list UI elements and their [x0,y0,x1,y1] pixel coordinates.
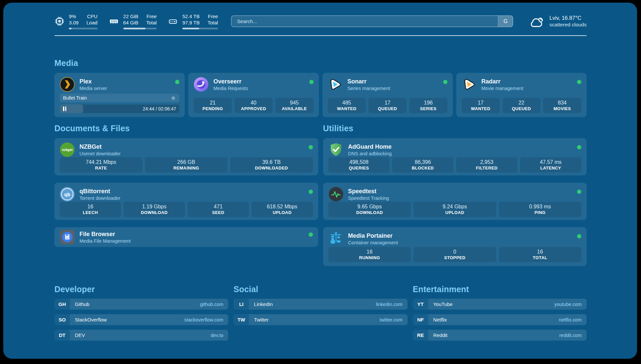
stat-label: SERIES [420,106,437,111]
cpu-load-label: Load [86,19,97,26]
stat-value: 498,508 [350,159,369,165]
stat-value: 9.24 Gbps [443,204,467,210]
stat-label: QUEUED [378,106,397,111]
adguard-card[interactable]: AdGuard Home DNS and adblocking 498,508 … [323,138,587,175]
stat-label: SEED [212,210,224,215]
sonarr-card[interactable]: Sonarr Series management 485 WANTED 17 Q… [322,73,453,117]
link-name: StackOverflow [75,317,107,322]
link-youtube[interactable]: YT YouTube youtube.com [413,299,587,310]
stat-label: UPLOAD [445,210,464,215]
filebrowser-card[interactable]: File Browser Media File Management [54,227,318,247]
link-domain: github.com [200,302,223,307]
stat-label: DOWNLOADED [255,166,288,170]
link-github[interactable]: GH Github github.com [54,299,228,310]
app-name: Plex [79,78,107,85]
ram-icon [109,16,119,26]
link-abbr: RE [413,330,428,341]
portainer-icon [328,231,344,246]
radarr-card[interactable]: Radarr Movie management 17 WANTED 22 QUE… [456,73,587,117]
link-abbr: GH [54,299,70,310]
stat-box: 471 SEED [188,202,249,217]
qbittorrent-card[interactable]: qb qBittorrent Torrent downloader 16 LEE… [54,183,318,220]
app-subtitle: Series management [348,86,390,91]
overseerr-card[interactable]: Overseerr Media Requests 21 PENDING 40 A… [188,73,319,117]
qbittorrent-icon: qb [60,187,75,202]
stat-box: 0.993 ms PING [499,202,582,217]
app-subtitle: Media Requests [213,86,248,91]
link-twitter[interactable]: TW Twitter twitter.com [233,314,407,325]
app-name: Overseerr [213,78,248,85]
now-playing-title: Bullet Train [63,95,87,101]
link-abbr: DT [54,330,70,341]
stat-value: 17 [384,100,390,106]
adguard-icon [328,142,344,157]
stat-label: QUEUED [512,106,531,111]
top-bar: 9% 3.09 CPU Load [54,13,587,29]
ram-stat: 22 GiB 64 GiB Free Total [109,13,157,29]
stat-box: 485 WANTED [328,98,366,113]
stat-box: 1.19 Gbps DOWNLOAD [124,202,185,217]
link-netflix[interactable]: NF Netflix netflix.com [413,314,587,325]
portainer-card[interactable]: Media Portainer Container management 16 … [323,227,587,266]
search-input[interactable] [231,15,513,27]
stat-box: 40 APPROVED [234,98,273,113]
disk-total-value: 97.9 TB [182,19,199,26]
status-dot [309,190,313,194]
playback-progress-bar: 24:44 / 02:06:47 [60,105,179,113]
stat-label: QUERIES [349,166,369,170]
link-domain: reddit.com [559,333,582,338]
ram-total-label: Total [146,19,157,26]
status-dot [443,80,447,84]
link-dev[interactable]: DT DEV dev.to [54,330,228,341]
stat-label: PING [534,210,545,215]
stat-box: 945 AVAILABLE [275,98,314,113]
link-reddit[interactable]: RE Reddit reddit.com [413,330,587,341]
stat-box: 9.65 Gbps DOWNLOAD [328,202,411,217]
link-abbr: NF [413,314,428,325]
weather-location-temp: Lviv, 16.87°C [549,15,587,21]
nzbget-card[interactable]: nzbget NZBGet Usenet downloader 744.21 M… [54,138,318,175]
stat-box: 16 RUNNING [328,247,411,262]
section-title-media: Media [54,58,587,68]
svg-text:nzbget: nzbget [62,148,73,152]
app-subtitle: Media File Management [79,238,131,244]
app-name: AdGuard Home [348,143,392,150]
playback-time: 24:44 / 02:06:47 [143,105,176,113]
link-stackoverflow[interactable]: SO StackOverflow stackoverflow.com [54,314,228,325]
stat-value: 16 [537,249,543,255]
status-dot [577,145,581,149]
disk-free-label: Free [207,13,218,19]
search-engine-button[interactable]: G [498,16,513,27]
link-name: Reddit [433,332,447,338]
overseerr-icon [194,77,209,92]
stat-value: 2,953 [480,159,493,165]
stat-box: 16 TOTAL [499,247,582,262]
link-domain: youtube.com [554,302,582,307]
plex-icon [60,77,75,92]
stat-value: 744.21 Mbps [86,159,116,165]
link-name: YouTube [433,301,453,307]
link-linkedin[interactable]: LI LinkedIn linkedin.com [233,299,407,310]
disk-progress-fill [182,28,199,29]
plex-card[interactable]: Plex Media server Bullet Train [54,73,185,117]
stat-value: 86,396 [415,159,431,165]
stat-value: 22 [518,100,524,106]
dashboard-canvas: 9% 3.09 CPU Load [3,3,637,359]
header-divider [54,35,587,36]
stat-box: 9.24 Gbps UPLOAD [413,202,496,217]
pause-icon[interactable] [63,106,67,111]
stat-box: 86,396 BLOCKED [392,157,453,172]
status-dot [309,232,313,237]
search-bar: G [231,15,513,27]
stat-label: PENDING [202,106,223,111]
speedtest-card[interactable]: Speedtest Speedtest Tracking 9.65 Gbps D… [323,183,587,220]
stat-box: 39.6 TB DOWNLOADED [230,157,313,172]
stat-box: 618.52 Mbps UPLOAD [252,202,313,217]
gear-icon[interactable] [170,95,176,101]
system-stats: 9% 3.09 CPU Load [54,13,218,29]
stat-box: 21 PENDING [194,98,232,113]
app-subtitle: DNS and adblocking [348,151,392,156]
stat-box: 834 MOVIES [543,98,581,113]
status-dot [577,190,581,194]
stat-value: 0.993 ms [529,204,551,210]
